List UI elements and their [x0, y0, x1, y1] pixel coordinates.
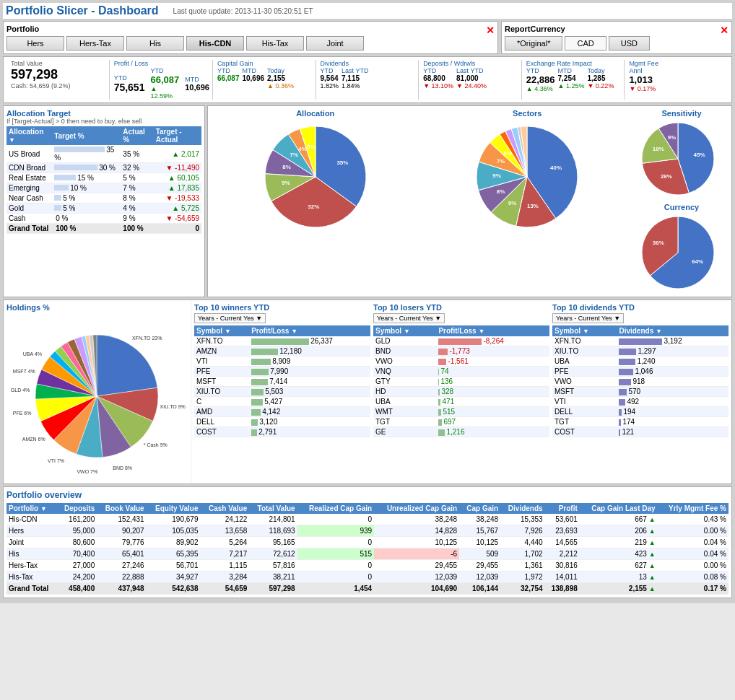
allocation-table: Allocation ▼ Target % Actual % Target - …: [6, 126, 201, 234]
winner-value: 12,180: [249, 346, 370, 356]
er-ytd-value: 22,886: [526, 74, 555, 85]
ov-portfolio: Grand Total: [6, 583, 57, 595]
ov-dividends: 1,361: [500, 560, 544, 572]
portfolio-btn-hers[interactable]: Hers: [6, 36, 64, 51]
ov-col-unrealizedcap: Unrealized Cap Gain: [374, 503, 459, 514]
ov-cashvalue: 1,115: [200, 560, 249, 572]
total-value-label: Total Value: [11, 60, 106, 67]
ov-realizedcap: 515: [297, 548, 375, 560]
winners-title: Top 10 winners YTD: [194, 303, 370, 312]
overview-title: Portfolio overview: [6, 490, 729, 500]
svg-text:45%: 45%: [694, 152, 705, 158]
winner-value: 7,414: [249, 377, 370, 387]
alloc-row-target: 30 %: [52, 163, 121, 173]
portfolio-btn-hers-tax[interactable]: Hers-Tax: [66, 36, 124, 51]
winners-table: Symbol ▼ Profit/Loss ▼ XFN.TO 26,337 AMZ…: [194, 325, 370, 437]
er-today-label: Today: [587, 67, 614, 74]
ov-realizedcap: 0: [297, 537, 375, 548]
dividends-filter[interactable]: Years - Current Yes ▼: [552, 313, 624, 323]
dividends-panel: Top 10 dividends YTD Years - Current Yes…: [552, 303, 729, 481]
currency-close-btn[interactable]: ✕: [720, 25, 729, 36]
cg-ytd-value: 66,087: [217, 74, 240, 82]
svg-text:9%: 9%: [508, 200, 517, 206]
winners-filter[interactable]: Years - Current Yes ▼: [194, 313, 266, 323]
ov-bookvalue: 90,207: [97, 525, 146, 537]
ov-bookvalue: 27,246: [97, 560, 146, 572]
ov-col-bookvalue: Book Value: [97, 503, 146, 514]
losers-filter[interactable]: Years - Current Yes ▼: [373, 313, 445, 323]
loser-value: 136: [436, 377, 549, 387]
svg-text:* Cash 9%: * Cash 9%: [144, 442, 168, 447]
portfolio-close-btn[interactable]: ✕: [486, 25, 495, 36]
div-symbol: PFE: [552, 367, 617, 377]
portfolio-btn-joint[interactable]: Joint: [306, 36, 364, 51]
loser-value: 328: [436, 387, 549, 397]
mgmt-fee-block: Mgmt Fee Annl 1,013 ▼ 0.17%: [626, 60, 727, 100]
overview-table: Portfolio ▼ Deposits Book Value Equity V…: [6, 503, 729, 595]
loser-symbol: VNQ: [373, 367, 436, 377]
svg-text:XIU.TO 9%: XIU.TO 9%: [160, 404, 186, 409]
alloc-row-name: Grand Total: [6, 224, 52, 234]
loser-symbol: WMT: [373, 407, 436, 417]
ov-capgainlastday: 423 ▲: [580, 548, 658, 560]
pl-pct: ▲ 12.59%: [150, 85, 179, 100]
ov-mgmtfee: 0.43 %: [658, 514, 729, 525]
portfolio-btn-his-cdn[interactable]: His-CDN: [186, 36, 244, 51]
loser-value: -1,773: [436, 346, 549, 356]
winner-value: 26,337: [249, 336, 370, 346]
alloc-row-diff: ▼ -54,659: [154, 214, 201, 224]
loser-value: 74: [436, 367, 549, 377]
allocation-pie-chart: 35%32%9%8%7%4%5%: [254, 119, 377, 235]
loser-symbol: GTY: [373, 377, 436, 387]
dep-pct2: ▼ 24.40%: [456, 82, 487, 89]
winners-panel: Top 10 winners YTD Years - Current Yes ▼…: [194, 303, 370, 481]
losers-panel: Top 10 losers YTD Years - Current Yes ▼ …: [373, 303, 549, 481]
allocation-chart-title: Allocation: [211, 109, 420, 118]
ov-capgainlastday: 627 ▲: [580, 560, 658, 572]
div-amount: 194: [617, 407, 729, 417]
pl-mtd-value: 10,696: [185, 83, 209, 92]
dividends-table: Symbol ▼ Dividends ▼ XFN.TO 3,192 XIU.TO…: [552, 325, 729, 437]
svg-text:VWO 7%: VWO 7%: [77, 469, 97, 474]
currency-btn-cad[interactable]: CAD: [565, 36, 606, 51]
portfolio-btn-his-tax[interactable]: His-Tax: [246, 36, 304, 51]
div-ytd-label: YTD: [321, 67, 339, 74]
ov-dividends: 15,353: [500, 514, 544, 525]
svg-text:8%: 8%: [282, 164, 291, 170]
losers-col-symbol: Symbol ▼: [373, 325, 436, 336]
ov-realizedcap: 939: [297, 525, 375, 537]
currency-btn-usd[interactable]: USD: [609, 36, 650, 51]
svg-text:7%: 7%: [290, 152, 298, 158]
ov-totalvalue: 57,816: [249, 560, 297, 572]
portfolio-btn-his[interactable]: His: [126, 36, 184, 51]
svg-text:7%: 7%: [497, 158, 505, 165]
ov-equityvalue: 65,395: [147, 548, 201, 560]
svg-text:AMZN 6%: AMZN 6%: [22, 437, 45, 442]
div-amount: 1,297: [617, 346, 729, 356]
ov-col-equityvalue: Equity Value: [147, 503, 201, 514]
charts-panel: Allocation 35%32%9%8%7%4%5% Sectors 40%1…: [207, 105, 732, 297]
winner-symbol: PFE: [194, 367, 249, 377]
svg-text:13%: 13%: [527, 203, 539, 209]
ov-deposits: 27,000: [57, 560, 97, 572]
div-col-amount: Dividends ▼: [617, 325, 729, 336]
alloc-row-target: 15 %: [52, 173, 121, 183]
ov-dividends: 1,702: [500, 548, 544, 560]
exchange-rate-block: Exchange Rate Impact YTD 22,886 ▲ 4.36% …: [523, 60, 625, 100]
ov-realizedcap: 0: [297, 572, 375, 583]
ov-deposits: 95,000: [57, 525, 97, 537]
currency-btn-original[interactable]: *Original*: [505, 36, 562, 51]
svg-text:9%: 9%: [282, 180, 290, 186]
ov-dividends: 32,754: [500, 583, 544, 595]
sectors-pie-chart: 40%13%9%8%9%7%4%: [466, 119, 588, 235]
sectors-chart-title: Sectors: [423, 109, 632, 118]
er-today-value: 1,285: [587, 74, 614, 82]
cg-pct: ▲ 0.36%: [267, 82, 294, 89]
cash-info: Cash: 54,659 (9.2%): [11, 82, 106, 89]
loser-symbol: TGT: [373, 417, 436, 427]
ov-mgmtfee: 0.00 %: [658, 525, 729, 537]
alloc-row-diff: 0: [154, 224, 201, 234]
ov-portfolio: Joint: [6, 537, 57, 548]
ov-cashvalue: 3,284: [200, 572, 249, 583]
alloc-row-diff: ▲ 60,105: [154, 173, 201, 183]
